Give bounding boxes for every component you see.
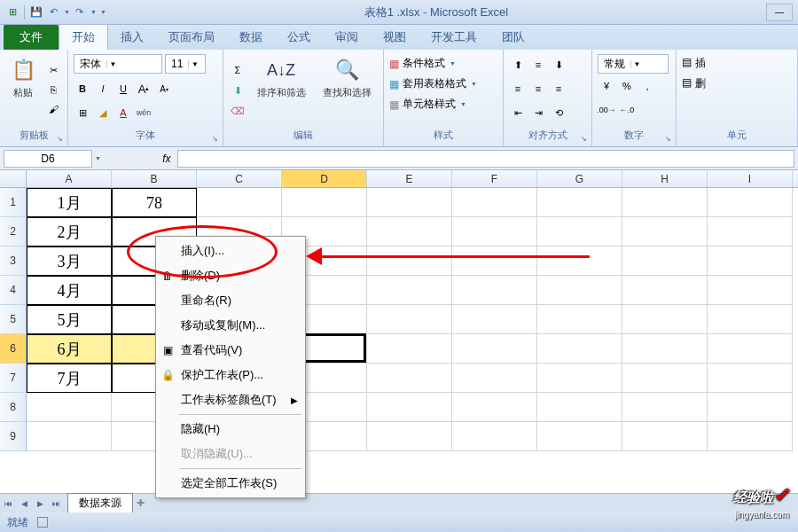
row-header[interactable]: 4 (0, 276, 27, 305)
redo-icon[interactable]: ↷ (73, 5, 87, 20)
cell[interactable] (537, 422, 622, 451)
cell[interactable] (452, 305, 537, 334)
font-name-combo[interactable]: 宋体▼ (74, 54, 162, 74)
font-color-button[interactable]: A (114, 104, 132, 121)
cell[interactable] (452, 364, 537, 393)
clear-icon[interactable]: ⌫ (229, 102, 246, 120)
bold-button[interactable]: B (74, 80, 91, 98)
fx-button[interactable]: fx (158, 150, 176, 168)
sheet-tab[interactable]: 数据来源 (67, 493, 133, 513)
tab-review[interactable]: 审阅 (323, 25, 371, 50)
tab-data[interactable]: 数据 (227, 25, 275, 50)
tab-view[interactable]: 视图 (371, 25, 419, 50)
cell[interactable] (537, 276, 622, 305)
align-top-icon[interactable]: ⬆ (509, 56, 527, 74)
column-header[interactable]: I (708, 170, 793, 187)
dialog-launcher-icon[interactable]: ↘ (578, 133, 589, 144)
cell[interactable] (708, 364, 793, 393)
file-tab[interactable]: 文件 (4, 25, 59, 50)
menu-tab-color[interactable]: 工作表标签颜色(T)▶ (156, 387, 305, 412)
dialog-launcher-icon[interactable]: ↘ (662, 133, 673, 144)
new-sheet-icon[interactable]: ✚ (137, 497, 154, 509)
cell[interactable] (622, 422, 708, 451)
format-painter-icon[interactable]: 🖌 (44, 100, 62, 118)
cell[interactable]: 7月 (27, 364, 112, 393)
cell[interactable] (622, 217, 708, 246)
menu-insert[interactable]: 插入(I)... (156, 239, 305, 263)
sheet-nav-prev-icon[interactable]: ◀ (16, 496, 32, 512)
italic-button[interactable]: I (94, 80, 112, 98)
grow-font-button[interactable]: A▴ (135, 80, 153, 98)
fill-color-button[interactable]: ◢ (94, 104, 112, 121)
copy-icon[interactable]: ⎘ (44, 81, 62, 98)
cut-icon[interactable]: ✂ (44, 61, 62, 79)
paste-button[interactable]: 📋 粘贴 (5, 52, 41, 127)
cell[interactable] (708, 246, 793, 276)
name-box-dropdown-icon[interactable]: ▼ (95, 155, 101, 161)
cell[interactable] (367, 393, 452, 422)
column-header[interactable]: F (452, 170, 537, 187)
dialog-launcher-icon[interactable]: ↘ (54, 133, 65, 144)
row-header[interactable]: 5 (0, 305, 27, 334)
cell[interactable]: 4月 (27, 276, 112, 305)
row-header[interactable]: 1 (0, 188, 27, 217)
cell[interactable] (367, 217, 452, 246)
delete-cells-button[interactable]: ▤删 (682, 76, 792, 91)
name-box[interactable]: D6 (4, 150, 92, 168)
menu-protect[interactable]: 🔒保护工作表(P)... (156, 363, 305, 387)
currency-icon[interactable]: ¥ (598, 77, 615, 95)
row-header[interactable]: 6 (0, 334, 27, 364)
tab-formulas[interactable]: 公式 (275, 25, 323, 50)
column-header[interactable]: A (27, 170, 112, 187)
menu-rename[interactable]: 重命名(R) (156, 288, 305, 313)
cell[interactable]: 6月 (27, 334, 112, 364)
row-header[interactable]: 8 (0, 393, 27, 422)
table-format-button[interactable]: ▦套用表格格式 ▼ (389, 76, 497, 91)
shrink-font-button[interactable]: A▾ (155, 80, 173, 98)
cell[interactable] (537, 393, 622, 422)
dropdown-icon[interactable]: ▼ (64, 9, 70, 15)
tab-developer[interactable]: 开发工具 (419, 25, 489, 50)
cell[interactable] (708, 276, 793, 305)
cell[interactable] (452, 217, 537, 246)
column-header[interactable]: C (197, 170, 282, 187)
cell[interactable] (708, 422, 793, 451)
cell[interactable]: 2月 (27, 217, 112, 246)
row-header[interactable]: 2 (0, 217, 27, 246)
comma-icon[interactable]: , (638, 77, 656, 95)
cell[interactable] (27, 393, 112, 422)
percent-icon[interactable]: % (618, 77, 636, 95)
row-header[interactable]: 9 (0, 422, 27, 451)
cell[interactable] (367, 422, 452, 451)
cell[interactable] (622, 276, 708, 305)
cell[interactable]: 78 (112, 188, 197, 217)
decrease-indent-icon[interactable]: ⇤ (509, 104, 527, 121)
increase-decimal-icon[interactable]: .00→ (598, 101, 615, 119)
tab-home[interactable]: 开始 (59, 24, 108, 50)
tab-insert[interactable]: 插入 (108, 25, 156, 50)
increase-indent-icon[interactable]: ⇥ (529, 104, 547, 121)
sort-filter-button[interactable]: A↓Z 排序和筛选 (250, 52, 312, 127)
undo-icon[interactable]: ↶ (46, 5, 60, 20)
cell[interactable] (367, 276, 452, 305)
menu-select-all[interactable]: 选定全部工作表(S) (156, 471, 305, 496)
row-header[interactable]: 3 (0, 246, 27, 276)
cell[interactable] (537, 305, 622, 334)
align-right-icon[interactable]: ≡ (550, 80, 567, 98)
cell[interactable] (452, 246, 537, 276)
cell[interactable]: 5月 (27, 305, 112, 334)
minimize-button[interactable]: — (766, 4, 793, 21)
phonetic-button[interactable]: wén (135, 104, 153, 121)
fill-icon[interactable]: ⬇ (229, 82, 246, 99)
align-center-icon[interactable]: ≡ (529, 80, 547, 98)
dropdown-icon[interactable]: ▼ (90, 9, 97, 15)
conditional-format-button[interactable]: ▦条件格式 ▼ (389, 56, 497, 71)
underline-button[interactable]: U (114, 80, 132, 98)
insert-cells-button[interactable]: ▤插 (682, 56, 792, 71)
cell[interactable] (27, 422, 112, 451)
menu-delete[interactable]: 🗑删除(D) (156, 263, 305, 288)
cell[interactable] (452, 422, 537, 451)
align-left-icon[interactable]: ≡ (509, 80, 527, 98)
align-middle-icon[interactable]: ≡ (529, 56, 547, 74)
cell-styles-button[interactable]: ▦单元格样式 ▼ (389, 97, 497, 112)
